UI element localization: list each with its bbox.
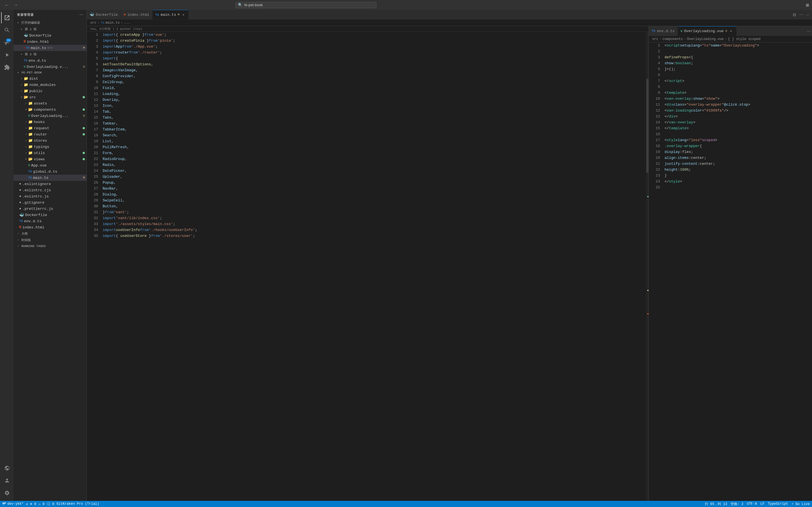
cursor-position[interactable]: 行 65，列 13 — [705, 502, 727, 506]
file-main-ts[interactable]: TS main.ts M — [13, 175, 87, 181]
folder-router[interactable]: › 📁 router — [13, 131, 87, 137]
breadcrumb-scope[interactable]: { } style scoped — [728, 37, 760, 41]
status-bar: dev-ykk* ↺ ⊗ 0 ⚠ 0 ⓘ 0 GitKraken Pro (Tr… — [0, 501, 812, 507]
right-tab-env[interactable]: TS env.d.ts — [649, 26, 678, 36]
warnings-indicator[interactable]: ⚠ 0 — [38, 502, 45, 506]
folder-dist[interactable]: › 📁 dist — [13, 75, 87, 82]
tab-close-button[interactable]: ✕ — [181, 13, 186, 17]
project-section[interactable]: ▾ FE-PET-BOOK — [13, 70, 87, 75]
open-file-index-html[interactable]: H index.html — [13, 39, 87, 45]
activity-item-run[interactable] — [1, 49, 12, 61]
timeline-section[interactable]: › 时间线 — [13, 237, 87, 243]
activity-item-settings[interactable] — [1, 487, 12, 499]
folder-utils[interactable]: › 📁 utils — [13, 150, 87, 156]
right-tab-overlay[interactable]: V OverlayLoading.vue U ✕ — [678, 26, 737, 36]
extensions-icon — [4, 64, 10, 70]
folder-icon: 📂 — [28, 107, 33, 112]
tab-dockerfile[interactable]: 🐳 Dockerfile — [87, 10, 121, 20]
outline-section[interactable]: › 大纲 — [13, 230, 87, 237]
file-index-html[interactable]: H index.html — [13, 224, 87, 230]
scrollbar[interactable] — [646, 32, 649, 501]
split-editor-button[interactable]: ⊟ — [792, 12, 797, 17]
nav-forward-button[interactable]: → — [12, 2, 20, 8]
folder-typings[interactable]: › 📁 typings — [13, 144, 87, 150]
group1-label[interactable]: ▾ 第 1 组 — [13, 26, 87, 33]
file-eslintignore[interactable]: ● .eslintignore — [13, 181, 87, 187]
folder-chevron: › — [24, 145, 28, 149]
open-editors-section[interactable]: ▾ 打开的编辑器 — [13, 19, 87, 26]
editor-panels: You, 5小时前 | 1 author (You) 1234567891011… — [87, 26, 812, 501]
activity-item-extensions[interactable] — [1, 62, 12, 73]
tab-modified-indicator: M — [177, 13, 179, 16]
folder-components[interactable]: ▾ 📂 components — [13, 107, 87, 113]
folder-public[interactable]: › 📁 public — [13, 88, 87, 94]
breadcrumb-dots[interactable]: ... — [124, 21, 130, 25]
running-tasks-section[interactable]: › RUNNING TASKS — [13, 243, 87, 249]
breadcrumb-main-ts[interactable]: main.ts — [105, 21, 119, 25]
gitkraken-label[interactable]: GitKraken Pro (Trial) — [57, 502, 99, 506]
folder-request[interactable]: › 📁 request — [13, 125, 87, 131]
activity-item-source-control[interactable]: 11 — [1, 37, 12, 48]
breadcrumb-sep: › — [121, 21, 123, 25]
breadcrumb-src[interactable]: src — [652, 37, 658, 41]
nav-back-button[interactable]: ← — [3, 2, 11, 8]
sidebar-more-button[interactable]: ··· — [80, 12, 83, 17]
tab-name: index.html — [128, 13, 149, 17]
file-prettierrc-js[interactable]: ● .prettierrc.js — [13, 206, 87, 212]
activity-item-account[interactable] — [1, 475, 12, 486]
open-file-env-d-ts[interactable]: TS env.d.ts — [13, 57, 87, 64]
file-app-vue[interactable]: V App.vue — [13, 162, 87, 168]
file-eslintrc-js[interactable]: ● .eslintrc.js — [13, 193, 87, 200]
tab-close-button[interactable]: ✕ — [729, 29, 733, 34]
sync-button[interactable]: ↺ — [26, 502, 28, 506]
activity-item-remote[interactable] — [1, 462, 12, 474]
breadcrumb-file[interactable]: OverlayLoading.vue — [687, 37, 724, 41]
breadcrumb-components[interactable]: components — [663, 37, 683, 41]
search-input[interactable] — [244, 3, 374, 7]
encoding-indicator[interactable]: UTF-8 — [747, 502, 757, 506]
file-overlayloading-vue[interactable]: V OverlayLoading... U — [13, 113, 87, 119]
language-indicator[interactable]: TypeScript — [768, 502, 788, 506]
tab-name: Dockerfile — [96, 13, 118, 17]
layout-button[interactable]: ⊞ — [806, 3, 809, 7]
line-ending-indicator[interactable]: LF — [760, 502, 764, 506]
tab-index-html[interactable]: H index.html — [121, 10, 153, 20]
errors-indicator[interactable]: ⊗ 0 — [30, 502, 36, 506]
spaces-indicator[interactable]: 空格: 2 — [730, 502, 744, 506]
more-actions-button[interactable]: ··· — [805, 12, 810, 17]
group2-label-text: 第 2 组 — [25, 52, 37, 56]
git-branch[interactable]: dev-ykk* — [2, 502, 24, 506]
git-blame: You, 5小时前 | 1 author (You) — [87, 26, 649, 32]
breadcrumb-src[interactable]: src — [90, 21, 96, 25]
group2-label[interactable]: ▾ 第 2 组 — [13, 51, 87, 57]
open-file-main-ts[interactable]: ✕ TS main.ts src M — [13, 45, 87, 51]
more-actions-button[interactable]: ··· — [807, 29, 810, 33]
file-env-d-ts[interactable]: TS env.d.ts — [13, 218, 87, 224]
go-live-button[interactable]: ⚡ Go Live — [792, 502, 810, 506]
tab-main-ts[interactable]: TS main.ts M ✕ — [153, 10, 189, 20]
folder-hooks[interactable]: › 📁 hooks — [13, 119, 87, 125]
activity-item-search[interactable] — [1, 24, 12, 36]
group1-label-text: 第 1 组 — [25, 27, 37, 31]
file-dockerfile[interactable]: 🐳 Dockerfile — [13, 212, 87, 218]
file-gitignore[interactable]: ● .gitignore — [13, 200, 87, 206]
breadcrumb: src › TS main.ts › ... — [87, 20, 812, 26]
file-global-d-ts[interactable]: TS global.d.ts — [13, 168, 87, 175]
file-icon: ● — [19, 182, 21, 186]
open-file-overlay-loading[interactable]: V OverlayLoading.v... U — [13, 64, 87, 70]
info-indicator[interactable]: ⓘ 0 — [47, 502, 54, 506]
titlebar-search[interactable]: 🔍 — [236, 2, 376, 8]
file-eslintrc-cjs[interactable]: ● .eslintrc.cjs — [13, 187, 87, 193]
folder-src[interactable]: ▾ 📂 src — [13, 94, 87, 100]
folder-stores[interactable]: › 📁 stores — [13, 137, 87, 144]
folder-views[interactable]: ▾ 📂 views — [13, 156, 87, 162]
folder-assets[interactable]: › 📁 assets — [13, 100, 87, 107]
activity-item-explorer[interactable] — [1, 12, 12, 23]
info-icon: ⓘ — [47, 502, 50, 506]
vue-icon: V — [680, 30, 682, 33]
breadcrumb-button[interactable]: ⋯ — [798, 12, 804, 17]
folder-node-modules[interactable]: › 📁 node_modules — [13, 82, 87, 88]
code-lines[interactable]: import { createApp } from 'vue';import {… — [100, 32, 646, 501]
open-file-dockerfile[interactable]: 🐳 Dockerfile — [13, 33, 87, 39]
right-code-lines[interactable]: <script setup lang="ts" name="OverlayLoa… — [662, 43, 812, 501]
